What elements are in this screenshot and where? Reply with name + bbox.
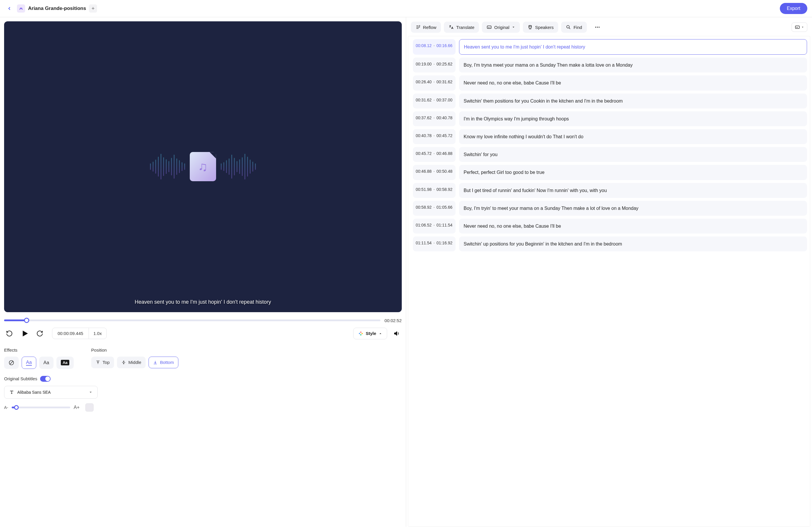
find-label: Find [574, 25, 582, 30]
original-dropdown[interactable]: Original [482, 21, 520, 33]
transcript-time[interactable]: 00:51.98-00:58.92 [413, 183, 455, 198]
transcript-row[interactable]: 00:31.62-00:37.00Switchin' them position… [413, 93, 807, 108]
transcript-time[interactable]: 00:19.00-00:25.62 [413, 58, 455, 73]
transcript-text[interactable]: Never need no, no one else, babe Cause I… [459, 75, 807, 90]
play-button[interactable] [19, 328, 30, 339]
project-title[interactable]: Ariana Grande-positions [28, 5, 86, 11]
translate-label: Translate [456, 25, 474, 30]
chevron-down-icon [89, 390, 93, 394]
style-icon [358, 331, 363, 336]
text-icon [9, 390, 14, 395]
reflow-button[interactable]: Reflow [411, 21, 441, 33]
position-middle[interactable]: Middle [117, 356, 146, 368]
reflow-icon [416, 25, 421, 30]
svg-point-4 [360, 333, 361, 334]
video-preview[interactable]: ♫ Heaven sent you to me I'm just hopin' … [4, 21, 402, 312]
transcript-time[interactable]: 00:26.40-00:31.62 [413, 75, 455, 90]
transcript-row[interactable]: 00:46.88-00:50.48Perfect, perfect Girl t… [413, 165, 807, 180]
back-button[interactable] [5, 4, 14, 13]
transcript-text[interactable]: Boy, I'm tryna meet your mama on a Sunda… [459, 58, 807, 73]
position-section: Position Top Middle Bottom [91, 348, 178, 369]
transcript-row[interactable]: 01:06.52-01:11.54Never need no, no one e… [413, 219, 807, 234]
transcript-text[interactable]: Switchin' them positions for you Cookin … [459, 93, 807, 108]
transcript-text[interactable]: I'm in the Olympics way I'm jumping thro… [459, 111, 807, 126]
svg-point-17 [567, 26, 569, 28]
svg-point-2 [360, 334, 361, 336]
translate-button[interactable]: Translate [444, 21, 479, 33]
style-button[interactable]: Style [353, 328, 387, 339]
position-top-label: Top [103, 360, 110, 365]
speakers-button[interactable]: Speakers [523, 21, 558, 33]
rewind-button[interactable] [4, 328, 15, 339]
font-name: Alibaba Sans SEA [17, 390, 50, 395]
svg-point-15 [531, 26, 531, 27]
transcript-time[interactable]: 01:11.54-01:16.92 [413, 236, 455, 251]
position-label: Position [91, 348, 178, 352]
left-panel: ♫ Heaven sent you to me I'm just hopin' … [0, 17, 406, 527]
svg-point-14 [529, 26, 530, 27]
reflow-label: Reflow [423, 25, 437, 30]
layout-icon [795, 25, 800, 30]
transcript-time[interactable]: 00:31.62-00:37.00 [413, 93, 455, 108]
add-tab-button[interactable]: + [89, 4, 97, 13]
transcript-row[interactable]: 00:45.72-00:46.88Switchin' for you [413, 147, 807, 162]
header: Ariana Grande-positions + Export [0, 0, 812, 17]
header-left: Ariana Grande-positions + [5, 4, 97, 13]
transcript-text[interactable]: Never need no, no one else, babe Cause I… [459, 219, 807, 234]
transcript-row[interactable]: 00:08.12-00:16.66Heaven sent you to me I… [413, 39, 807, 55]
transcript-row[interactable]: 00:58.92-01:05.66Boy, I'm tryin' to meet… [413, 201, 807, 216]
playback-controls: 00:00:09.445 1.0x Style [4, 328, 402, 339]
transcript-text[interactable]: Heaven sent you to me I'm just hopin' I … [459, 39, 807, 55]
original-subtitles-toggle[interactable] [40, 376, 50, 382]
effects-label: Effects [4, 348, 74, 352]
layout-toggle[interactable] [792, 23, 807, 32]
forward-button[interactable] [34, 328, 45, 339]
aa-outline-icon: Aa [26, 360, 32, 366]
transcript-list[interactable]: 00:08.12-00:16.66Heaven sent you to me I… [408, 36, 811, 527]
transcript-time[interactable]: 00:08.12-00:16.66 [413, 39, 455, 55]
svg-point-0 [360, 332, 361, 333]
position-bottom[interactable]: Bottom [148, 356, 178, 368]
position-middle-label: Middle [128, 360, 141, 365]
font-color-swatch[interactable] [85, 404, 93, 412]
progress-row: 00:02:52 [4, 318, 402, 323]
effect-plain[interactable]: Aa [39, 356, 54, 369]
transcript-row[interactable]: 01:11.54-01:16.92Switchin' up positions … [413, 236, 807, 251]
transcript-row[interactable]: 00:40.78-00:45.72Know my love infinite n… [413, 129, 807, 144]
transcript-time[interactable]: 00:58.92-01:05.66 [413, 201, 455, 216]
original-subtitles-label: Original Subtitles [4, 376, 37, 381]
effect-outline[interactable]: Aa [21, 356, 36, 369]
font-size-slider[interactable] [12, 407, 70, 408]
export-button[interactable]: Export [780, 3, 807, 14]
transcript-row[interactable]: 00:51.98-00:58.92But I get tired of runn… [413, 183, 807, 198]
transcript-text[interactable]: Switchin' for you [459, 147, 807, 162]
transcript-time[interactable]: 00:37.62-00:40.78 [413, 111, 455, 126]
font-select[interactable]: Alibaba Sans SEA [4, 386, 98, 399]
transcript-text[interactable]: Switchin' up positions for you Beginnin'… [459, 236, 807, 251]
svg-point-3 [359, 333, 360, 334]
current-time-input[interactable]: 00:00:09.445 [52, 328, 89, 339]
transcript-text[interactable]: Boy, I'm tryin' to meet your mama on a S… [459, 201, 807, 216]
transcript-time[interactable]: 00:40.78-00:45.72 [413, 129, 455, 144]
playback-speed[interactable]: 1.0x [89, 328, 106, 339]
effects-section: Effects Aa Aa Aa [4, 348, 74, 369]
transcript-row[interactable]: 00:19.00-00:25.62Boy, I'm tryna meet you… [413, 58, 807, 73]
transcript-time[interactable]: 00:45.72-00:46.88 [413, 147, 455, 162]
find-button[interactable]: Find [561, 21, 586, 33]
position-bottom-label: Bottom [160, 360, 174, 365]
position-top[interactable]: Top [91, 356, 114, 368]
seek-slider[interactable] [4, 320, 380, 321]
effect-boxed[interactable]: Aa [56, 356, 74, 369]
transcript-time[interactable]: 01:06.52-01:11.54 [413, 219, 455, 234]
more-button[interactable] [590, 21, 605, 33]
transcript-time[interactable]: 00:46.88-00:50.48 [413, 165, 455, 180]
transcript-text[interactable]: But I get tired of runnin' and fuckin' N… [459, 183, 807, 198]
effect-none[interactable] [4, 356, 19, 369]
transcript-row[interactable]: 00:37.62-00:40.78I'm in the Olympics way… [413, 111, 807, 126]
transcript-text[interactable]: Know my love infinite nothing I wouldn't… [459, 129, 807, 144]
align-top-icon [96, 360, 100, 365]
transcript-text[interactable]: Perfect, perfect Girl too good to be tru… [459, 165, 807, 180]
transcript-row[interactable]: 00:26.40-00:31.62Never need no, no one e… [413, 75, 807, 90]
font-size-row: A- A+ [4, 404, 402, 412]
volume-button[interactable] [391, 328, 402, 339]
